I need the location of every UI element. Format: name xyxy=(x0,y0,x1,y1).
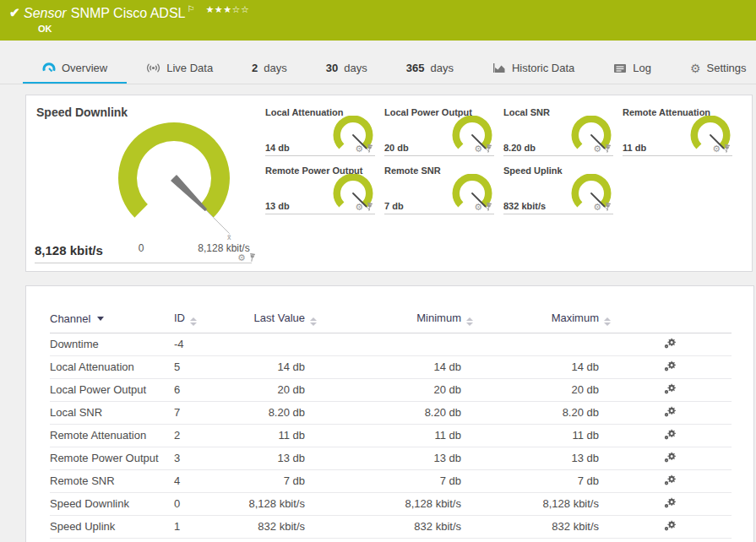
gauge-settings-gear-icon[interactable]: ⚙ xyxy=(474,144,482,154)
main-gauge-speed-downlink[interactable]: Speed Downlink x̄ 8,128 kbit/s 0 8,128 k… xyxy=(35,104,254,264)
gauges-panel: Speed Downlink x̄ 8,128 kbit/s 0 8,128 k… xyxy=(25,95,753,272)
small-gauge-local-attenuation[interactable]: Local Attenuation 14 db ⚙ xyxy=(265,107,375,156)
channel-settings-cell[interactable] xyxy=(609,378,732,401)
maximum-cell: 13 db xyxy=(471,447,609,469)
minimum-cell xyxy=(315,333,471,355)
column-header-last-value[interactable]: Last Value xyxy=(226,305,315,333)
gauge-settings-gear-icon[interactable]: ⚙ xyxy=(237,253,246,263)
channel-settings-gears-icon xyxy=(664,520,677,531)
channel-cell[interactable]: Remote Attenuation xyxy=(50,424,174,447)
gauge-value: 8,128 kbit/s xyxy=(35,243,103,257)
gauge-title: Remote SNR xyxy=(384,165,441,176)
gauge-title: Local SNR xyxy=(503,107,550,117)
gauge-settings-gear-icon[interactable]: ⚙ xyxy=(593,203,601,212)
sort-desc-icon xyxy=(97,317,104,321)
maximum-cell: 8.20 db xyxy=(471,401,609,424)
channel-settings-cell[interactable] xyxy=(609,355,732,378)
tab-overview[interactable]: Overview xyxy=(23,52,127,84)
column-header-minimum[interactable]: Minimum xyxy=(315,305,471,333)
pin-icon[interactable] xyxy=(604,203,612,212)
minimum-cell: 11 db xyxy=(315,424,471,447)
channel-cell[interactable]: Local SNR xyxy=(50,401,174,424)
minimum-cell: 14 db xyxy=(315,355,471,378)
gauge-value: 13 db xyxy=(265,201,290,211)
channel-settings-cell[interactable] xyxy=(609,492,732,515)
tab-2-days[interactable]: 2days xyxy=(232,52,307,84)
sensor-status-badge: OK xyxy=(38,24,52,34)
pin-icon[interactable] xyxy=(366,203,373,212)
last-value-cell: 7 db xyxy=(226,469,315,492)
pin-icon[interactable] xyxy=(604,144,612,154)
maximum-cell: 20 db xyxy=(471,378,609,401)
sensor-header-bar: ✔ SensorSNMP Cisco ADSL⚐★★★☆☆ OK xyxy=(0,0,756,41)
channel-cell[interactable]: Remote Power Output xyxy=(50,447,174,469)
tab-log[interactable]: Log xyxy=(594,52,671,84)
last-value-cell: 832 kbit/s xyxy=(226,515,315,538)
tab-live-data[interactable]: Live Data xyxy=(127,52,232,84)
pin-icon[interactable] xyxy=(485,144,492,154)
gauge-settings-gear-icon[interactable]: ⚙ xyxy=(355,144,363,154)
priority-stars[interactable]: ★★★☆☆ xyxy=(205,4,249,15)
pin-icon[interactable] xyxy=(485,203,492,212)
gauge-settings-gear-icon[interactable]: ⚙ xyxy=(712,144,721,154)
gauge-max-label: 8,128 kbit/s xyxy=(186,242,262,254)
id-cell: 7 xyxy=(174,401,226,424)
column-header-channel[interactable]: Channel xyxy=(50,305,174,333)
tab-historic-data[interactable]: Historic Data xyxy=(473,52,594,84)
sort-icon xyxy=(604,317,611,326)
channel-settings-gears-icon xyxy=(664,338,677,349)
channel-cell[interactable]: Local Power Output xyxy=(50,378,174,401)
channel-cell[interactable]: Downtime xyxy=(50,333,174,355)
column-header-id[interactable]: ID xyxy=(174,305,226,333)
table-row: Remote Attenuation211 db11 db11 db xyxy=(50,424,732,447)
gauge-settings-gear-icon[interactable]: ⚙ xyxy=(593,144,601,154)
last-value-cell: 8,128 kbit/s xyxy=(226,492,315,515)
table-row: Remote Power Output313 db13 db13 db xyxy=(50,447,732,469)
maximum-cell: 14 db xyxy=(471,355,609,378)
sort-icon xyxy=(466,317,473,326)
gauge-settings-gear-icon[interactable]: ⚙ xyxy=(355,203,363,212)
tab-30-days[interactable]: 30days xyxy=(307,52,387,84)
gauge-settings-gear-icon[interactable]: ⚙ xyxy=(474,203,482,212)
tab-settings[interactable]: ⚙ Settings xyxy=(671,52,756,84)
channel-cell[interactable]: Speed Uplink xyxy=(50,515,174,538)
gauge-min-label: 0 xyxy=(124,242,158,254)
tab-365-days[interactable]: 365days xyxy=(387,52,473,84)
small-gauge-local-snr[interactable]: Local SNR 8.20 db ⚙ xyxy=(503,107,613,156)
small-gauge-remote-snr[interactable]: Remote SNR 7 db ⚙ xyxy=(384,165,494,214)
small-gauge-speed-uplink[interactable]: Speed Uplink 832 kbit/s ⚙ xyxy=(503,165,613,214)
column-header-maximum[interactable]: Maximum xyxy=(471,305,609,333)
channel-settings-gears-icon xyxy=(664,383,677,394)
channel-settings-cell[interactable] xyxy=(609,469,732,492)
minimum-cell: 8.20 db xyxy=(315,401,471,424)
table-row: Speed Downlink08,128 kbit/s8,128 kbit/s8… xyxy=(50,492,732,515)
small-gauge-remote-power-output[interactable]: Remote Power Output 13 db ⚙ xyxy=(265,165,375,214)
average-marker: x̄ xyxy=(227,233,231,241)
channel-settings-cell[interactable] xyxy=(609,333,732,355)
pin-icon[interactable] xyxy=(723,144,731,154)
channel-cell[interactable]: Remote SNR xyxy=(50,469,174,492)
gauge-value: 8.20 db xyxy=(503,143,536,153)
table-row: Local SNR78.20 db8.20 db8.20 db xyxy=(50,401,732,424)
channel-cell[interactable]: Local Attenuation xyxy=(50,355,174,378)
last-value-cell: 8.20 db xyxy=(226,401,315,424)
pin-icon[interactable] xyxy=(366,144,373,154)
channel-settings-cell[interactable] xyxy=(609,515,732,538)
status-ok-check-icon: ✔ xyxy=(9,5,20,20)
channel-settings-gears-icon xyxy=(664,429,677,440)
small-gauge-local-power-output[interactable]: Local Power Output 20 db ⚙ xyxy=(384,107,494,156)
broadcast-icon xyxy=(146,62,160,73)
flag-icon[interactable]: ⚐ xyxy=(187,4,194,14)
gauge-value: 11 db xyxy=(623,143,646,153)
channel-settings-cell[interactable] xyxy=(609,424,732,447)
tab-bar: Overview Live Data 2days 30days 365days … xyxy=(0,52,756,84)
small-gauge-remote-attenuation[interactable]: Remote Attenuation 11 db ⚙ xyxy=(623,107,732,156)
id-cell: 1 xyxy=(174,515,226,538)
table-row: Speed Uplink1832 kbit/s832 kbit/s832 kbi… xyxy=(50,515,732,538)
pin-icon[interactable] xyxy=(248,253,256,263)
channel-settings-cell[interactable] xyxy=(609,447,732,469)
channel-cell[interactable]: Speed Downlink xyxy=(50,492,174,515)
maximum-cell xyxy=(471,333,609,355)
minimum-cell: 7 db xyxy=(315,469,471,492)
channel-settings-cell[interactable] xyxy=(609,401,732,424)
